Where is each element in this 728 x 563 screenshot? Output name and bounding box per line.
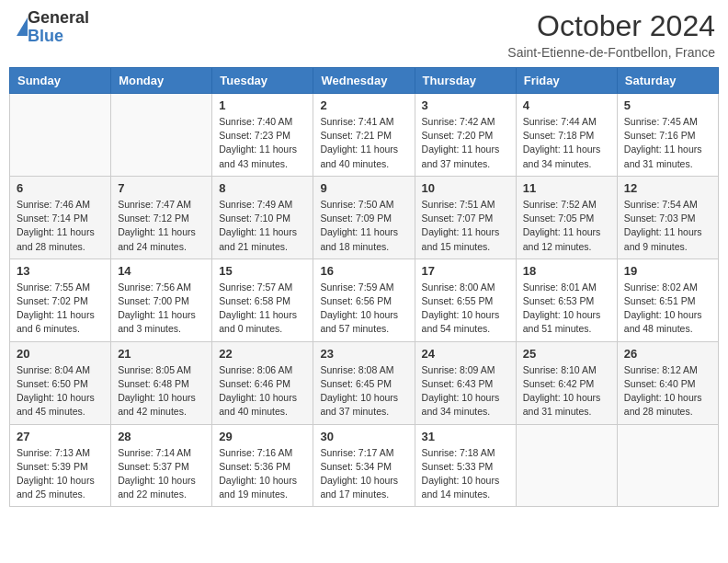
day-number: 9 [320, 181, 407, 195]
day-number: 1 [219, 98, 306, 112]
day-info: Sunrise: 7:52 AMSunset: 7:05 PMDaylight:… [523, 198, 610, 254]
logo: General Blue [13, 9, 89, 46]
calendar-day-cell: 28Sunrise: 7:14 AMSunset: 5:37 PMDayligh… [111, 424, 212, 507]
day-info: Sunrise: 7:40 AMSunset: 7:23 PMDaylight:… [219, 115, 306, 171]
logo-blue: Blue [28, 28, 89, 46]
calendar-day-cell: 21Sunrise: 8:05 AMSunset: 6:48 PMDayligh… [111, 341, 212, 424]
calendar-day-cell: 24Sunrise: 8:09 AMSunset: 6:43 PMDayligh… [415, 341, 516, 424]
day-info: Sunrise: 8:04 AMSunset: 6:50 PMDaylight:… [17, 363, 104, 419]
day-number: 16 [320, 264, 407, 278]
calendar-table: SundayMondayTuesdayWednesdayThursdayFrid… [9, 67, 719, 507]
day-info: Sunrise: 7:42 AMSunset: 7:20 PMDaylight:… [422, 115, 509, 171]
calendar-day-cell: 15Sunrise: 7:57 AMSunset: 6:58 PMDayligh… [212, 259, 313, 341]
day-number: 4 [523, 98, 610, 112]
day-number: 18 [523, 264, 610, 278]
calendar-day-cell: 17Sunrise: 8:00 AMSunset: 6:55 PMDayligh… [415, 259, 516, 341]
day-info: Sunrise: 7:57 AMSunset: 6:58 PMDaylight:… [219, 281, 306, 337]
calendar-day-cell: 27Sunrise: 7:13 AMSunset: 5:39 PMDayligh… [10, 424, 111, 507]
day-info: Sunrise: 8:00 AMSunset: 6:55 PMDaylight:… [422, 281, 509, 337]
day-number: 29 [219, 430, 306, 443]
calendar-day-cell: 11Sunrise: 7:52 AMSunset: 7:05 PMDayligh… [516, 176, 617, 259]
calendar-day-cell: 5Sunrise: 7:45 AMSunset: 7:16 PMDaylight… [617, 94, 718, 177]
day-info: Sunrise: 8:05 AMSunset: 6:48 PMDaylight:… [118, 363, 205, 419]
location: Saint-Etienne-de-Fontbellon, France [507, 45, 715, 60]
day-number: 10 [422, 181, 509, 195]
logo-triangle-icon [17, 17, 28, 36]
day-number: 17 [422, 264, 509, 278]
calendar-day-cell: 7Sunrise: 7:47 AMSunset: 7:12 PMDaylight… [111, 176, 212, 259]
calendar-day-cell: 29Sunrise: 7:16 AMSunset: 5:36 PMDayligh… [212, 424, 313, 507]
title-section: October 2024 Saint-Etienne-de-Fontbellon… [507, 9, 715, 60]
day-number: 14 [118, 264, 205, 278]
day-info: Sunrise: 7:17 AMSunset: 5:34 PMDaylight:… [320, 446, 407, 502]
calendar-week-row: 20Sunrise: 8:04 AMSunset: 6:50 PMDayligh… [10, 341, 719, 424]
day-number: 11 [523, 181, 610, 195]
calendar-day-header: Tuesday [212, 68, 313, 94]
day-number: 23 [320, 347, 407, 361]
day-info: Sunrise: 7:16 AMSunset: 5:36 PMDaylight:… [219, 446, 306, 502]
day-info: Sunrise: 7:50 AMSunset: 7:09 PMDaylight:… [320, 198, 407, 254]
calendar-day-cell: 19Sunrise: 8:02 AMSunset: 6:51 PMDayligh… [617, 259, 718, 341]
calendar-day-cell: 10Sunrise: 7:51 AMSunset: 7:07 PMDayligh… [415, 176, 516, 259]
day-number: 8 [219, 181, 306, 195]
day-info: Sunrise: 7:41 AMSunset: 7:21 PMDaylight:… [320, 115, 407, 171]
day-info: Sunrise: 7:54 AMSunset: 7:03 PMDaylight:… [624, 198, 711, 254]
day-info: Sunrise: 8:08 AMSunset: 6:45 PMDaylight:… [320, 363, 407, 419]
calendar-day-cell: 3Sunrise: 7:42 AMSunset: 7:20 PMDaylight… [415, 94, 516, 177]
calendar-day-header: Monday [111, 68, 212, 94]
calendar-week-row: 27Sunrise: 7:13 AMSunset: 5:39 PMDayligh… [10, 424, 719, 507]
calendar-day-cell: 1Sunrise: 7:40 AMSunset: 7:23 PMDaylight… [212, 94, 313, 177]
calendar-day-cell: 26Sunrise: 8:12 AMSunset: 6:40 PMDayligh… [617, 341, 718, 424]
calendar-week-row: 1Sunrise: 7:40 AMSunset: 7:23 PMDaylight… [10, 94, 719, 177]
day-info: Sunrise: 7:46 AMSunset: 7:14 PMDaylight:… [17, 198, 104, 254]
day-info: Sunrise: 7:56 AMSunset: 7:00 PMDaylight:… [118, 281, 205, 337]
day-number: 21 [118, 347, 205, 361]
calendar-day-cell: 25Sunrise: 8:10 AMSunset: 6:42 PMDayligh… [516, 341, 617, 424]
day-info: Sunrise: 7:51 AMSunset: 7:07 PMDaylight:… [422, 198, 509, 254]
day-number: 2 [320, 98, 407, 112]
day-number: 13 [17, 264, 104, 278]
day-info: Sunrise: 7:47 AMSunset: 7:12 PMDaylight:… [118, 198, 205, 254]
day-number: 22 [219, 347, 306, 361]
page-header: General Blue October 2024 Saint-Etienne-… [9, 9, 719, 60]
calendar-day-cell: 4Sunrise: 7:44 AMSunset: 7:18 PMDaylight… [516, 94, 617, 177]
day-info: Sunrise: 7:18 AMSunset: 5:33 PMDaylight:… [422, 446, 509, 502]
month-title: October 2024 [507, 9, 715, 43]
calendar-day-cell [516, 424, 617, 507]
day-number: 31 [422, 430, 509, 443]
day-number: 24 [422, 347, 509, 361]
calendar-day-cell [111, 94, 212, 177]
day-number: 19 [624, 264, 711, 278]
day-info: Sunrise: 8:12 AMSunset: 6:40 PMDaylight:… [624, 363, 711, 419]
calendar-day-cell: 6Sunrise: 7:46 AMSunset: 7:14 PMDaylight… [10, 176, 111, 259]
day-info: Sunrise: 7:14 AMSunset: 5:37 PMDaylight:… [118, 446, 205, 502]
calendar-day-cell [617, 424, 718, 507]
calendar-day-header: Friday [516, 68, 617, 94]
day-number: 30 [320, 430, 407, 443]
logo-text: General Blue [28, 9, 89, 46]
day-number: 25 [523, 347, 610, 361]
calendar-day-cell [10, 94, 111, 177]
calendar-day-cell: 20Sunrise: 8:04 AMSunset: 6:50 PMDayligh… [10, 341, 111, 424]
day-number: 7 [118, 181, 205, 195]
day-number: 5 [624, 98, 711, 112]
calendar-day-cell: 30Sunrise: 7:17 AMSunset: 5:34 PMDayligh… [313, 424, 415, 507]
day-number: 3 [422, 98, 509, 112]
calendar-week-row: 13Sunrise: 7:55 AMSunset: 7:02 PMDayligh… [10, 259, 719, 341]
calendar-day-cell: 12Sunrise: 7:54 AMSunset: 7:03 PMDayligh… [617, 176, 718, 259]
calendar-week-row: 6Sunrise: 7:46 AMSunset: 7:14 PMDaylight… [10, 176, 719, 259]
calendar-day-cell: 8Sunrise: 7:49 AMSunset: 7:10 PMDaylight… [212, 176, 313, 259]
calendar-header-row: SundayMondayTuesdayWednesdayThursdayFrid… [10, 68, 719, 94]
calendar-day-cell: 18Sunrise: 8:01 AMSunset: 6:53 PMDayligh… [516, 259, 617, 341]
calendar-day-cell: 14Sunrise: 7:56 AMSunset: 7:00 PMDayligh… [111, 259, 212, 341]
day-info: Sunrise: 8:06 AMSunset: 6:46 PMDaylight:… [219, 363, 306, 419]
day-number: 6 [17, 181, 104, 195]
calendar-day-cell: 31Sunrise: 7:18 AMSunset: 5:33 PMDayligh… [415, 424, 516, 507]
day-number: 20 [17, 347, 104, 361]
day-info: Sunrise: 8:10 AMSunset: 6:42 PMDaylight:… [523, 363, 610, 419]
day-info: Sunrise: 8:01 AMSunset: 6:53 PMDaylight:… [523, 281, 610, 337]
day-info: Sunrise: 7:59 AMSunset: 6:56 PMDaylight:… [320, 281, 407, 337]
calendar-day-cell: 16Sunrise: 7:59 AMSunset: 6:56 PMDayligh… [313, 259, 415, 341]
day-info: Sunrise: 7:44 AMSunset: 7:18 PMDaylight:… [523, 115, 610, 171]
day-info: Sunrise: 7:49 AMSunset: 7:10 PMDaylight:… [219, 198, 306, 254]
